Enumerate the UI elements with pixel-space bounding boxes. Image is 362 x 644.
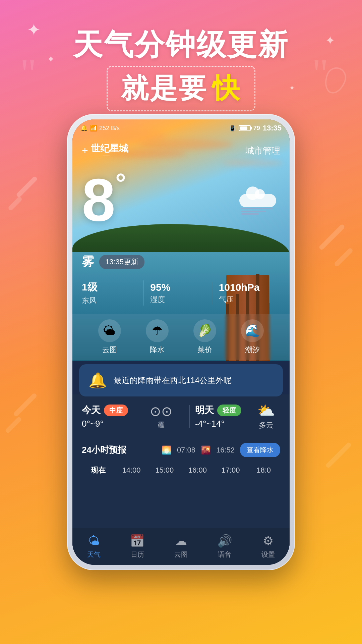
tomorrow-badge: 轻度 — [217, 405, 241, 416]
header-left[interactable]: + 世纪星城 — — [82, 142, 128, 159]
hour-item-1700: 17:00 — [214, 463, 247, 477]
cloud-icon — [236, 186, 276, 210]
sunrise-icon: 🌅 — [162, 445, 172, 455]
cloud-map-icon: 🌥 — [98, 319, 121, 342]
quick-actions-bar: 🌥 云图 ☂ 降水 🥬 菜价 🌊 潮汐 — [72, 314, 290, 360]
hour-item-1600: 16:00 — [181, 463, 214, 477]
nav-calendar-icon: 📅 — [130, 534, 145, 548]
nav-weather[interactable]: 🌤 天气 — [87, 534, 101, 559]
bottom-navigation: 🌤 天气 📅 日历 ☁ 云图 🔊 语音 — [72, 528, 290, 565]
hourly-header: 24小时预报 🌅 07:08 🌇 16:52 查看降水 — [82, 443, 280, 457]
wind-label: 东风 — [82, 296, 136, 306]
nav-voice-label: 语音 — [218, 550, 231, 559]
pressure-value: 1010hPa — [219, 282, 274, 293]
action-vegetable[interactable]: 🥬 菜价 — [193, 319, 216, 355]
city-name: 世纪星城 — [91, 143, 128, 154]
nav-voice[interactable]: 🔊 语音 — [217, 534, 232, 559]
degree-symbol: ° — [115, 168, 126, 198]
phone-mockup: 🔔 📶 252 B/s 📳 79 13:35 + — [67, 114, 295, 570]
weather-icon-area — [236, 186, 276, 210]
nav-settings-icon: ⚙ — [263, 534, 274, 548]
humidity-label: 湿度 — [150, 294, 205, 305]
hourly-meta: 🌅 07:08 🌇 16:52 查看降水 — [162, 443, 280, 457]
tomorrow-forecast: 明天 轻度 -4°~14° — [195, 404, 252, 429]
fog-forecast-icon: ⊙⊙ 霾 — [138, 404, 184, 429]
notification-bar: 🔔 最近的降雨带在西北114公里外呢 — [79, 364, 283, 396]
battery-fill — [240, 126, 247, 130]
hourly-section: 24小时预报 🌅 07:08 🌇 16:52 查看降水 现在 14:00 15:… — [72, 436, 290, 478]
hero-fast-text: 快 — [212, 70, 241, 107]
data-speed: 252 B/s — [99, 125, 120, 132]
hero-title: 天气分钟级更新 — [0, 27, 362, 62]
city-manage-button[interactable]: 城市管理 — [245, 145, 280, 157]
nav-cloud-map-icon: ☁ — [175, 534, 187, 548]
nav-settings[interactable]: ⚙ 设置 — [261, 534, 275, 559]
status-bar: 🔔 📶 252 B/s 📳 79 13:35 — [72, 119, 290, 137]
today-forecast: 今天 中度 0°~9° — [82, 404, 138, 429]
tide-icon: 🌊 — [241, 319, 264, 342]
status-left: 🔔 📶 252 B/s — [80, 124, 120, 132]
hourly-title: 24小时预报 — [82, 444, 126, 456]
status-right: 📳 79 13:35 — [229, 124, 282, 132]
pressure-metric: 1010hPa 气压 — [212, 282, 280, 305]
action-vegetable-label: 菜价 — [197, 345, 212, 355]
bell-icon: 🔔 — [88, 372, 107, 389]
nav-settings-label: 设置 — [261, 550, 275, 559]
nav-cloud-map-label: 云图 — [174, 550, 188, 559]
hour-item-1800: 18:0 — [247, 463, 280, 477]
temperature-value: 8° — [82, 166, 126, 233]
humidity-metric: 95% 湿度 — [143, 282, 212, 305]
app-header: + 世纪星城 — 城市管理 — [72, 137, 290, 162]
action-cloud-map-label: 云图 — [102, 345, 117, 355]
action-rain-label: 降水 — [150, 345, 165, 355]
phone-outer-shell: 🔔 📶 252 B/s 📳 79 13:35 + — [67, 114, 295, 570]
vibrate-icon: 📳 — [229, 125, 236, 131]
forecast-row: 今天 中度 0°~9° ⊙⊙ 霾 明天 — [72, 394, 290, 436]
wifi-icon: 📶 — [90, 124, 97, 132]
bottom-panel: 今天 中度 0°~9° ⊙⊙ 霾 明天 — [72, 394, 290, 565]
fog-label: 霾 — [158, 420, 165, 429]
today-label: 今天 — [82, 404, 101, 417]
sunset-icon: 🌇 — [201, 445, 211, 455]
cloud-lines — [241, 208, 276, 215]
action-tide-label: 潮汐 — [245, 345, 260, 355]
nav-calendar[interactable]: 📅 日历 — [130, 534, 145, 559]
humidity-value: 95% — [150, 282, 205, 293]
rain-icon: ☂ — [146, 319, 169, 342]
hour-item-1400: 14:00 — [115, 463, 148, 477]
forecast-divider-line — [189, 405, 190, 428]
today-temp: 0°~9° — [82, 419, 138, 429]
add-city-icon[interactable]: + — [82, 145, 88, 157]
pressure-label: 气压 — [219, 294, 274, 305]
notification-text: 最近的降雨带在西北114公里外呢 — [114, 375, 274, 386]
hour-item-now: 现在 — [82, 463, 115, 478]
hero-section: 天气分钟级更新 就是要 快 — [0, 27, 362, 111]
clock-time: 13:35 — [263, 124, 282, 132]
nav-calendar-label: 日历 — [131, 550, 144, 559]
today-badge: 中度 — [104, 405, 128, 416]
hero-subtitle: 就是要 快 — [0, 66, 362, 111]
battery-percent: 79 — [253, 125, 260, 132]
wind-metric: 1级 东风 — [82, 280, 143, 306]
nav-cloud-map[interactable]: ☁ 云图 — [174, 534, 188, 559]
action-tide[interactable]: 🌊 潮汐 — [241, 319, 264, 355]
tomorrow-temp: -4°~14° — [195, 419, 252, 429]
action-cloud-map[interactable]: 🌥 云图 — [98, 319, 121, 355]
weather-condition: 雾 — [82, 254, 94, 270]
wind-value: 1级 — [82, 280, 136, 294]
notification-icon: 🔔 — [80, 124, 88, 132]
see-rain-button[interactable]: 查看降水 — [240, 443, 280, 457]
tomorrow-label: 明天 — [195, 404, 214, 417]
nav-weather-icon: 🌤 — [88, 534, 100, 548]
fog-symbol: ⊙⊙ — [150, 404, 173, 419]
phone-screen: 🔔 📶 252 B/s 📳 79 13:35 + — [72, 119, 290, 565]
nav-voice-icon: 🔊 — [217, 534, 232, 548]
hour-item-1500: 15:00 — [148, 463, 181, 477]
action-rain[interactable]: ☂ 降水 — [146, 319, 169, 355]
battery-icon — [239, 125, 251, 131]
hero-subtitle-prefix: 就是要 — [121, 70, 207, 107]
sunrise-time: 07:08 — [177, 446, 195, 454]
weather-status: 雾 13:35更新 — [82, 254, 144, 270]
tomorrow-weather-icon: ⛅ — [257, 402, 275, 419]
temperature-display: 8° — [82, 170, 126, 230]
